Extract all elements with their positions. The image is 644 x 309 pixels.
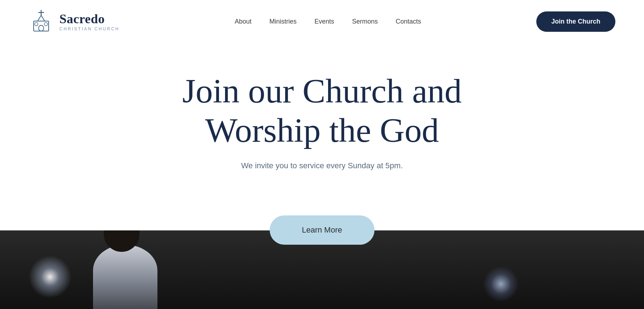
figure-body [93,245,157,309]
nav-item-ministries[interactable]: Ministries [269,18,297,25]
hero-text-area: Join our Church and Worship the God We i… [182,71,462,192]
nav-item-contacts[interactable]: Contacts [396,18,421,25]
hero-subtitle: We invite you to service every Sunday at… [182,161,462,170]
site-header: Sacredo CHRISTIAN CHURCH About Ministrie… [0,0,644,43]
hero-section: Join our Church and Worship the God We i… [0,43,644,309]
learn-more-button[interactable]: Learn More [270,215,375,245]
light-flare-right [483,266,519,302]
nav-item-sermons[interactable]: Sermons [352,18,378,25]
main-nav: About Ministries Events Sermons Contacts [235,18,421,25]
svg-marker-2 [38,15,45,21]
hero-title-line1: Join our Church and [182,72,462,110]
logo-subtitle: CHRISTIAN CHURCH [59,26,119,31]
hero-title: Join our Church and Worship the God [182,71,462,150]
nav-item-events[interactable]: Events [314,18,334,25]
logo-text: Sacredo CHRISTIAN CHURCH [59,11,119,31]
svg-rect-4 [39,25,44,31]
learn-more-wrapper: Learn More [270,215,375,245]
nav-item-about[interactable]: About [235,18,252,25]
join-church-button[interactable]: Join the Church [536,11,615,32]
logo-area: Sacredo CHRISTIAN CHURCH [29,9,119,34]
logo-name: Sacredo [59,11,119,26]
light-flare-left [29,255,72,298]
hero-title-line2: Worship the God [205,111,439,149]
church-icon [29,9,54,34]
svg-rect-5 [35,23,38,26]
svg-rect-6 [44,23,48,26]
